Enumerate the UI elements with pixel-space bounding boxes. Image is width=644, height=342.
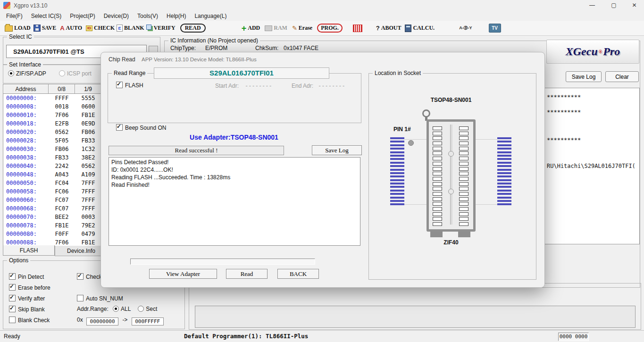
zif-radio-option[interactable]: ZIF/SP.ADP: [8, 70, 46, 77]
erase-before-option[interactable]: Erase before: [9, 284, 50, 291]
toolbar-blank-button[interactable]: EBLANK: [116, 24, 145, 33]
flash-option[interactable]: FLASH: [116, 82, 143, 89]
adapter-pin: [390, 172, 404, 174]
verify-icon: [146, 25, 151, 30]
hex-value: 7FFF: [75, 188, 101, 195]
toolbar-ram-button[interactable]: RAM: [264, 24, 288, 33]
zif-slot: [433, 212, 442, 216]
zif-lever-icon: [422, 109, 430, 117]
start-address-input[interactable]: 00000000: [86, 317, 118, 325]
menu-item-select-ic[interactable]: Select IC(S): [27, 12, 66, 20]
end-address-input[interactable]: 000FFFFF: [132, 317, 164, 325]
zif-slot: [433, 172, 442, 175]
pin-detect-option[interactable]: Pin Detect: [9, 273, 44, 280]
menu-item-tools[interactable]: Tools(V): [133, 12, 162, 20]
adapter-pin: [497, 162, 511, 164]
hex-value: 7FFF: [75, 197, 101, 203]
hex-address: 00000050:: [3, 180, 49, 186]
toolbar-check-button[interactable]: IDCHECK: [85, 24, 116, 33]
zif-radio[interactable]: [8, 70, 14, 76]
save-log-button[interactable]: Save Log: [566, 71, 602, 82]
all-radio[interactable]: [113, 306, 119, 312]
hex-value: 0562: [75, 163, 101, 169]
toolbar-calcu-button[interactable]: CALCU.: [404, 24, 435, 33]
dialog-log-line: ID: 0x0001 22C4......OK!: [111, 166, 358, 174]
blank-check-option[interactable]: Blank Check: [9, 317, 50, 324]
adapter-pin: [497, 151, 511, 153]
auto-sn-checkbox[interactable]: [77, 295, 84, 301]
hex-value: FB1E: [75, 112, 101, 118]
adapter-pin: [497, 193, 511, 195]
sect-radio[interactable]: [138, 306, 144, 312]
hex-value: FC07: [49, 205, 75, 212]
skip-blank-option[interactable]: Skip Blank: [9, 306, 45, 313]
hex-value: 1C32: [75, 146, 101, 152]
back-button[interactable]: BACK: [277, 269, 319, 279]
erase-before-checkbox[interactable]: [9, 284, 16, 291]
beep-option[interactable]: Beep Sound ON: [116, 124, 166, 131]
icsp-radio-option[interactable]: ICSP port: [59, 70, 92, 77]
arrow-label: ->: [122, 317, 127, 323]
verify-after-option[interactable]: Verify after: [9, 295, 45, 302]
tab-device-info[interactable]: Device.Info: [55, 246, 108, 256]
blank-check-checkbox[interactable]: [9, 317, 16, 323]
toolbar-load-button[interactable]: LOAD: [4, 24, 32, 33]
read-button[interactable]: Read: [226, 269, 268, 279]
adapter-pin: [390, 203, 404, 205]
toolbar-save-button[interactable]: SAVE: [33, 24, 57, 33]
flash-checkbox[interactable]: [116, 82, 123, 88]
zif-slot: [459, 147, 468, 150]
adapter-pin: [497, 169, 511, 171]
adapter-pin: [390, 197, 404, 199]
verify-after-checkbox[interactable]: [9, 295, 16, 301]
menu-item-help[interactable]: Help(H): [162, 12, 190, 20]
question-icon: ?: [376, 25, 380, 32]
clear-log-button[interactable]: Clear: [605, 71, 639, 82]
toolbar-about-button[interactable]: ?ABOUT: [375, 24, 402, 33]
beep-checkbox[interactable]: [116, 124, 123, 131]
toolbar-logicgate-button[interactable]: A-Ⓑ-Y: [458, 24, 475, 32]
hex-prefix-label: 0x: [77, 317, 83, 323]
toolbar-prog-button[interactable]: PROG.: [316, 23, 343, 33]
tab-flash[interactable]: FLASH: [3, 245, 55, 256]
minimize-button[interactable]: —: [581, 0, 603, 11]
toolbar-verify-button[interactable]: VERIFY: [145, 24, 176, 33]
hex-value: 0600: [75, 103, 101, 110]
skip-blank-checkbox[interactable]: [9, 306, 16, 312]
adapter-pin: [497, 137, 511, 139]
chip-name-banner: S29AL016J70TFI01: [154, 67, 329, 79]
window-title: Xgpro v13.10: [14, 2, 47, 9]
hex-value: E2FB: [49, 120, 75, 127]
toolbar-tv-button[interactable]: TV: [488, 23, 503, 33]
toolbar-add-button[interactable]: +ADD: [241, 24, 261, 33]
menu-item-project[interactable]: Project(P): [66, 12, 99, 20]
hex-address: 00000058:: [3, 188, 49, 195]
addr-range-sect-option[interactable]: Sect: [138, 306, 157, 312]
read-status-bar: Read successful !: [109, 146, 284, 155]
menu-item-file[interactable]: File(F): [2, 12, 27, 20]
auto-sn-option[interactable]: Auto SN_NUM: [77, 295, 123, 302]
toolbar-icpins-button[interactable]: [352, 24, 365, 33]
toolbar-erase-button[interactable]: ✎Erase: [291, 24, 313, 33]
toolbar-read-button[interactable]: READ: [179, 23, 207, 33]
check-option[interactable]: Check: [77, 273, 102, 280]
check-checkbox[interactable]: [77, 273, 84, 280]
addr-range-all-option[interactable]: ALL: [113, 306, 131, 312]
pin-detect-checkbox[interactable]: [9, 273, 16, 280]
menu-item-language[interactable]: Language(L): [190, 12, 231, 20]
icsp-radio[interactable]: [59, 70, 65, 76]
view-adapter-button[interactable]: View Adapter: [149, 269, 217, 279]
maximize-button[interactable]: ▢: [603, 0, 625, 11]
hex-value: 0479: [75, 231, 101, 237]
ic-info-legend: IC Information (No Project opened): [168, 37, 260, 44]
toolbar-auto-button[interactable]: AAUTO: [59, 24, 83, 33]
hex-address: 00000020:: [3, 129, 49, 135]
adapter-pin: [390, 155, 404, 157]
menu-item-device[interactable]: Device(D): [100, 12, 133, 20]
slot-col-left: [433, 126, 443, 227]
zif-slot: [433, 147, 442, 150]
hex-value: A109: [75, 171, 101, 178]
close-button[interactable]: ✕: [625, 0, 644, 11]
addr-range-row: Addr.Range: ALL Sect: [77, 306, 157, 312]
dialog-save-log-button[interactable]: Save Log: [312, 145, 362, 155]
